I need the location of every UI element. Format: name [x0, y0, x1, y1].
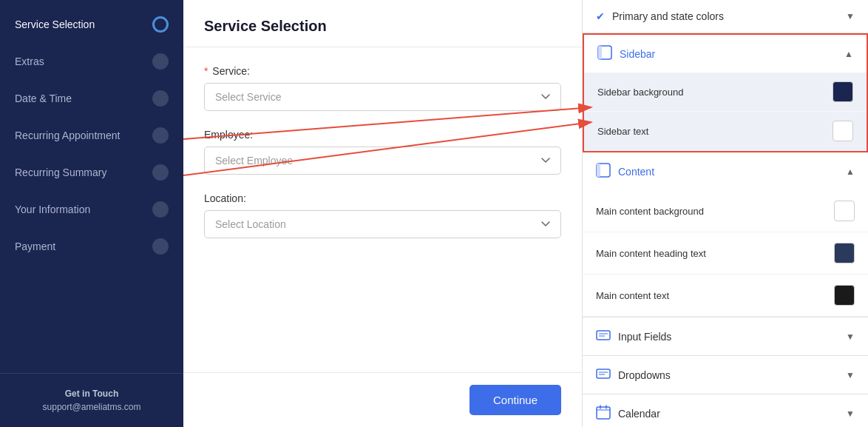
sidebar-text-label: Sidebar text [597, 126, 648, 137]
chevron-down-icon: ▼ [846, 370, 855, 380]
sidebar-item-service-selection[interactable]: Service Selection [0, 6, 183, 43]
panel-section-input-fields: Input Fields ▼ [583, 317, 868, 356]
page-title: Service Selection [204, 18, 561, 35]
sidebar: Service Selection Extras Date & Time Rec… [0, 0, 183, 427]
employee-select[interactable]: Select Employee [204, 147, 561, 175]
main-text-label: Main content text [596, 290, 669, 301]
panel-section-sidebar: Sidebar ▲ Sidebar background Sidebar tex… [583, 33, 868, 152]
footer-get-in-touch: Get in Touch [15, 389, 169, 399]
main-bg-swatch[interactable] [834, 201, 855, 221]
employee-label: Employee: [204, 129, 561, 141]
sidebar-step-indicator [152, 127, 169, 144]
main-heading-label: Main content heading text [596, 248, 706, 259]
panel-section-title-input: Input Fields [596, 328, 671, 345]
sidebar-nav: Service Selection Extras Date & Time Rec… [0, 0, 183, 373]
required-asterisk: * [204, 65, 208, 77]
sidebar-item-date-time[interactable]: Date & Time [0, 80, 183, 117]
location-label: Location: [204, 192, 561, 204]
content-color-rows: Main content background Main content hea… [583, 190, 868, 317]
sidebar-step-indicator [152, 164, 169, 181]
svg-rect-1 [598, 46, 602, 59]
svg-rect-4 [597, 331, 610, 340]
sidebar-step-indicator [152, 238, 169, 255]
service-form-group: * Service: Select Service [204, 65, 561, 111]
content-icon [596, 163, 611, 180]
svg-rect-10 [597, 407, 610, 419]
panel-section-title-dropdowns: Dropdowns [596, 366, 671, 383]
sidebar-background-swatch[interactable] [833, 81, 853, 102]
sidebar-background-label: Sidebar background [597, 87, 683, 98]
main-text-row: Main content text [583, 275, 868, 317]
chevron-up-icon: ▲ [846, 167, 855, 177]
main-heading-row: Main content heading text [583, 232, 868, 275]
svg-rect-7 [597, 369, 610, 378]
sidebar-step-indicator [152, 90, 169, 107]
panel-section-header-primary[interactable]: ✔ Primary and state colors ▼ [583, 0, 868, 33]
main-header: Service Selection [183, 0, 582, 47]
sidebar-icon [597, 45, 612, 62]
sidebar-item-your-information[interactable]: Your Information [0, 191, 183, 228]
dropdown-icon [596, 366, 611, 383]
panel-section-header-dropdowns[interactable]: Dropdowns ▼ [583, 356, 868, 394]
panel-section-header-content[interactable]: Content ▲ [583, 152, 868, 190]
main-bg-row: Main content background [583, 190, 868, 232]
sidebar-background-row: Sidebar background [584, 73, 867, 112]
sidebar-item-label: Your Information [15, 204, 152, 215]
sidebar-item-label: Recurring Summary [15, 167, 152, 178]
sidebar-item-label: Date & Time [15, 93, 152, 104]
panel-section-header-input[interactable]: Input Fields ▼ [583, 317, 868, 355]
location-select[interactable]: Select Location [204, 210, 561, 238]
sidebar-step-indicator [152, 201, 169, 218]
panel-section-calendar: Calendar ▼ [583, 394, 868, 427]
panel-section-header-calendar[interactable]: Calendar ▼ [583, 394, 868, 427]
palette-icon: ✔ [596, 10, 605, 22]
panel-section-title: ✔ Primary and state colors [596, 10, 724, 22]
employee-form-group: Employee: Select Employee [204, 129, 561, 175]
service-label: * Service: [204, 65, 561, 77]
right-panel: ✔ Primary and state colors ▼ Sidebar [583, 0, 868, 427]
panel-section-primary-colors: ✔ Primary and state colors ▼ [583, 0, 868, 33]
sidebar-text-swatch[interactable] [833, 121, 853, 141]
chevron-down-icon: ▼ [846, 11, 855, 21]
main-heading-swatch[interactable] [834, 243, 855, 263]
panel-section-content: Content ▲ Main content background Main c… [583, 152, 868, 317]
sidebar-item-label: Payment [15, 241, 152, 252]
chevron-down-icon: ▼ [846, 408, 855, 419]
sidebar-item-recurring-summary[interactable]: Recurring Summary [0, 154, 183, 191]
sidebar-item-extras[interactable]: Extras [0, 43, 183, 80]
main-body: * Service: Select Service Employee: Sele… [183, 47, 582, 372]
continue-button[interactable]: Continue [469, 385, 561, 415]
sidebar-item-recurring-appointment[interactable]: Recurring Appointment [0, 117, 183, 154]
chevron-down-icon: ▼ [846, 332, 855, 342]
panel-section-title-sidebar: Sidebar [597, 45, 655, 62]
sidebar-step-indicator [152, 16, 169, 33]
service-select[interactable]: Select Service [204, 83, 561, 111]
sidebar-item-label: Service Selection [15, 19, 152, 30]
sidebar-text-row: Sidebar text [584, 112, 867, 151]
svg-rect-3 [597, 164, 600, 177]
main-footer: Continue [183, 372, 582, 427]
sidebar-item-payment[interactable]: Payment [0, 228, 183, 265]
location-form-group: Location: Select Location [204, 192, 561, 238]
footer-email: support@ameliatms.com [15, 402, 169, 412]
input-icon [596, 328, 611, 345]
panel-section-dropdowns: Dropdowns ▼ [583, 356, 868, 394]
sidebar-item-label: Recurring Appointment [15, 130, 152, 141]
main-content: Service Selection * Service: Select Serv… [183, 0, 583, 427]
panel-section-title-calendar: Calendar [596, 405, 660, 422]
calendar-icon [596, 405, 611, 422]
sidebar-step-indicator [152, 53, 169, 70]
panel-section-title-content: Content [596, 163, 654, 180]
sidebar-item-label: Extras [15, 56, 152, 67]
main-text-swatch[interactable] [834, 285, 855, 306]
main-bg-label: Main content background [596, 206, 704, 217]
panel-section-header-sidebar[interactable]: Sidebar ▲ [584, 35, 867, 73]
chevron-up-icon: ▲ [844, 49, 853, 59]
sidebar-color-rows: Sidebar background Sidebar text [584, 73, 867, 151]
sidebar-footer: Get in Touch support@ameliatms.com [0, 373, 183, 427]
